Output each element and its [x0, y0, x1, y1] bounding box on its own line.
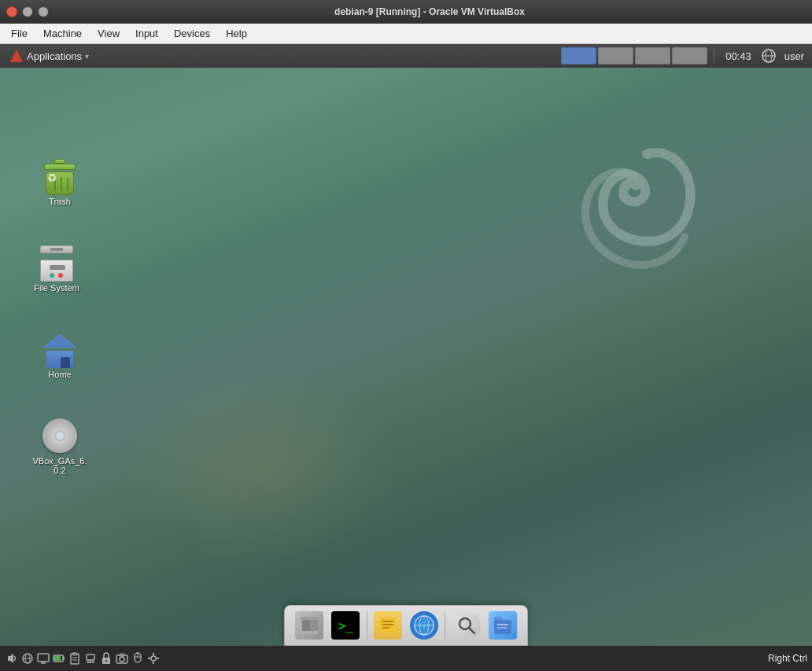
home-label: Home — [48, 370, 71, 379]
panel-windows — [561, 47, 707, 65]
window-button-3[interactable] — [635, 47, 670, 65]
tray-icon-4[interactable] — [52, 651, 66, 665]
svg-rect-35 — [87, 654, 94, 660]
dock-file-manager-icon — [295, 611, 323, 640]
home-icon[interactable]: Home — [28, 327, 91, 382]
tray-icon-6[interactable] — [83, 651, 98, 665]
vm-content: Applications ▾ 00:43 — [0, 44, 812, 671]
lock-icon — [100, 652, 113, 665]
applications-button[interactable]: Applications ▾ — [5, 47, 94, 65]
filesystem-icon[interactable]: File System — [25, 241, 88, 296]
dock-notes-icon — [374, 611, 402, 640]
menu-devices[interactable]: Devices — [166, 26, 218, 41]
svg-rect-25 — [38, 654, 49, 662]
vbox-icon[interactable]: VBox_GAs_6.0.2 — [28, 414, 91, 478]
menu-view[interactable]: View — [90, 26, 127, 41]
svg-point-43 — [120, 657, 124, 662]
svg-point-41 — [105, 660, 108, 662]
dock-file-manager[interactable] — [293, 610, 325, 641]
system-tray — [5, 651, 161, 665]
close-button[interactable] — [6, 6, 17, 17]
window-title: debian-9 [Running] - Oracle VM VirtualBo… — [54, 6, 806, 17]
trash-label: Trash — [49, 197, 71, 206]
right-ctrl-label: Right Ctrl — [768, 653, 807, 664]
user-label: user — [781, 50, 807, 62]
tray-icon-5[interactable] — [68, 651, 82, 665]
terminal-prompt-icon: >_ — [338, 618, 353, 633]
dock-browser-icon — [410, 611, 438, 640]
svg-rect-8 — [380, 618, 396, 633]
menu-input[interactable]: Input — [127, 26, 166, 41]
tray-icon-9[interactable] — [131, 651, 145, 665]
vbox-icon-image — [41, 417, 79, 455]
dock-files[interactable] — [487, 610, 519, 641]
applications-icon — [9, 49, 24, 63]
clock-display: 00:43 — [721, 50, 756, 62]
file-manager-svg — [299, 615, 319, 636]
tray-icon-3[interactable] — [36, 651, 50, 665]
debian-logo — [544, 131, 702, 304]
tray-icon-8[interactable] — [115, 651, 129, 665]
applications-arrow-icon: ▾ — [85, 52, 89, 61]
files-svg — [493, 615, 513, 636]
dock-search[interactable] — [451, 610, 482, 641]
tray-icon-10[interactable] — [146, 651, 161, 665]
network-icon[interactable] — [759, 46, 778, 65]
xfce-top-panel: Applications ▾ 00:43 — [0, 44, 812, 68]
xfce-desktop[interactable]: ♻ Trash — [0, 68, 812, 671]
svg-marker-21 — [8, 654, 13, 663]
search-svg — [456, 615, 477, 636]
home-icon-image — [41, 330, 79, 368]
dock-browser[interactable] — [408, 610, 440, 641]
filesystem-label: File System — [34, 283, 79, 293]
vbox-label: VBox_GAs_6.0.2 — [32, 456, 87, 475]
menu-file[interactable]: File — [3, 26, 35, 41]
notes-svg — [378, 616, 397, 635]
dock-separator-1 — [367, 611, 367, 640]
tray-icon-1[interactable] — [5, 651, 19, 665]
window-button-2[interactable] — [598, 47, 633, 65]
filesystem-icon-image — [38, 244, 76, 282]
trash-icon[interactable]: ♻ Trash — [28, 154, 91, 209]
dock-notes[interactable] — [372, 610, 404, 641]
svg-rect-29 — [63, 657, 65, 660]
trash-icon-image: ♻ — [41, 157, 79, 195]
ethernet-icon — [84, 652, 97, 665]
dock-files-icon — [489, 611, 517, 640]
svg-rect-30 — [54, 656, 61, 661]
svg-rect-18 — [494, 620, 511, 634]
network-svg — [761, 48, 777, 64]
dock-terminal[interactable]: >_ — [330, 610, 361, 641]
browser-svg — [413, 614, 435, 636]
menubar: File Machine View Input Devices Help — [0, 24, 812, 44]
svg-marker-0 — [10, 50, 23, 62]
xfce-bottom-statusbar: Right Ctrl — [0, 646, 812, 671]
svg-rect-6 — [310, 620, 318, 631]
window-button-1[interactable] — [561, 47, 596, 65]
svg-rect-5 — [302, 620, 310, 631]
tray-icon-2[interactable] — [20, 651, 35, 665]
menu-machine[interactable]: Machine — [35, 26, 90, 41]
battery-icon — [53, 652, 65, 665]
menu-help[interactable]: Help — [218, 26, 255, 41]
mouse-icon — [131, 652, 144, 665]
network-tray-icon — [21, 652, 34, 665]
settings-icon — [147, 652, 160, 665]
applications-label: Applications — [27, 50, 82, 62]
dock-separator-2 — [445, 611, 445, 640]
clipboard-icon — [68, 652, 81, 665]
titlebar: debian-9 [Running] - Oracle VM VirtualBo… — [0, 0, 812, 24]
maximize-button[interactable] — [38, 6, 49, 17]
svg-point-48 — [151, 656, 156, 661]
minimize-button[interactable] — [22, 6, 33, 17]
tray-icon-7[interactable] — [99, 651, 113, 665]
camera-icon — [116, 652, 128, 665]
dock: >_ — [284, 605, 528, 646]
window-button-4[interactable] — [672, 47, 707, 65]
display-icon — [37, 652, 50, 665]
svg-line-17 — [469, 628, 474, 633]
dock-search-icon — [452, 611, 481, 640]
dock-terminal-icon: >_ — [331, 611, 360, 640]
audio-icon — [6, 652, 18, 665]
